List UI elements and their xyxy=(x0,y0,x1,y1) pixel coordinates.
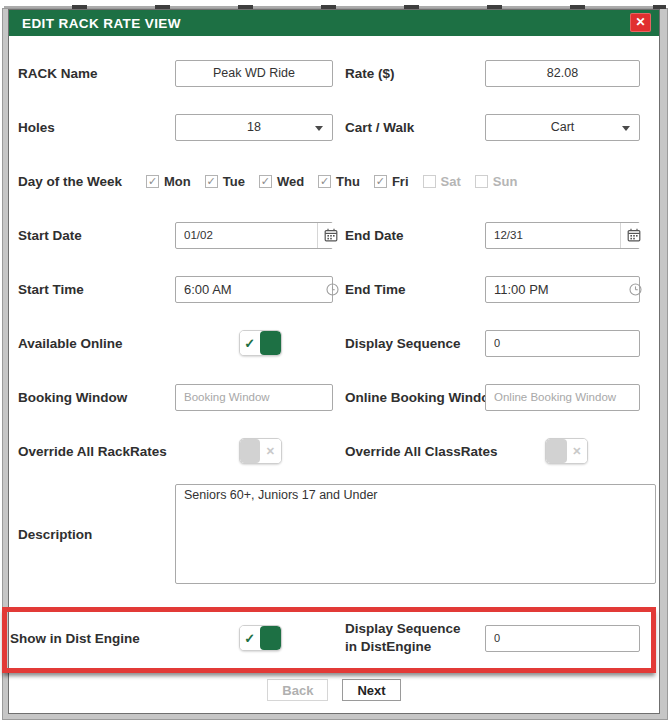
show-in-dist-engine-label: Show in Dist Engine xyxy=(10,631,175,646)
fri-checkbox[interactable]: ✓ xyxy=(374,175,387,188)
chevron-down-icon xyxy=(315,126,323,131)
cart-walk-select[interactable]: Cart xyxy=(485,114,640,141)
available-online-toggle[interactable]: ✓ xyxy=(239,330,282,356)
calendar-icon[interactable] xyxy=(317,223,344,248)
row-booking-windows: Booking Window Online Booking Window xyxy=(9,370,659,424)
rack-name-label: RACK Name xyxy=(18,66,175,81)
description-textarea[interactable]: Seniors 60+, Juniors 17 and Under xyxy=(175,484,656,584)
wed-checkbox[interactable]: ✓ xyxy=(259,175,272,188)
start-time-label: Start Time xyxy=(18,282,175,297)
capture-selection-dashes xyxy=(4,6,666,8)
row-day-of-week: Day of the Week ✓ Mon ✓ Tue ✓ Wed xyxy=(9,154,659,208)
start-date-label: Start Date xyxy=(18,228,175,243)
cart-walk-value: Cart xyxy=(551,120,575,134)
override-classrates-toggle[interactable]: ✕ xyxy=(545,438,588,464)
rack-name-input[interactable] xyxy=(175,60,333,87)
online-booking-window-label: Online Booking Window xyxy=(345,390,485,405)
dialog-footer: Back Next xyxy=(9,670,659,712)
sat-label: Sat xyxy=(441,174,461,189)
calendar-icon[interactable] xyxy=(620,223,647,248)
tue-checkbox[interactable]: ✓ xyxy=(205,175,218,188)
row-dates: Start Date End Date xyxy=(9,208,659,262)
next-button[interactable]: Next xyxy=(342,679,400,701)
row-description: Description Seniors 60+, Juniors 17 and … xyxy=(9,478,659,590)
checkmark-icon: ✓ xyxy=(320,176,329,187)
day-thu: ✓ Thu xyxy=(318,174,360,189)
display-sequence-distengine-input[interactable] xyxy=(485,625,640,652)
override-classrates-label: Override All ClassRates xyxy=(345,444,485,459)
checkmark-icon: ✓ xyxy=(148,176,157,187)
close-button[interactable]: ✕ xyxy=(630,13,651,32)
row-rackname-rate: RACK Name Rate ($) xyxy=(9,46,659,100)
clock-icon[interactable] xyxy=(629,283,642,296)
fri-label: Fri xyxy=(392,174,409,189)
row-online-sequence: Available Online ✓ Display Sequence xyxy=(9,316,659,370)
day-sat: Sat xyxy=(423,174,461,189)
online-booking-window-input[interactable] xyxy=(485,384,640,411)
display-sequence-label: Display Sequence xyxy=(345,336,485,351)
toggle-x-icon: ✕ xyxy=(266,445,275,458)
row-holes-cart: Holes 18 Cart / Walk Cart xyxy=(9,100,659,154)
checkmark-icon: ✓ xyxy=(261,176,270,187)
form-content: RACK Name Rate ($) Holes 18 Car xyxy=(9,36,659,713)
row-overrides: Override All RackRates ✕ Override All Cl… xyxy=(9,424,659,478)
wed-label: Wed xyxy=(277,174,304,189)
toggle-check-icon: ✓ xyxy=(244,336,255,351)
back-button[interactable]: Back xyxy=(267,679,328,701)
mon-label: Mon xyxy=(164,174,191,189)
day-fri: ✓ Fri xyxy=(374,174,409,189)
dialog-title: EDIT RACK RATE VIEW xyxy=(22,16,181,31)
holes-select[interactable]: 18 xyxy=(175,114,333,141)
rate-label: Rate ($) xyxy=(345,66,485,81)
holes-value: 18 xyxy=(247,120,261,134)
chevron-down-icon xyxy=(622,126,630,131)
edit-rack-rate-dialog: EDIT RACK RATE VIEW ✕ RACK Name Rate ($)… xyxy=(8,9,660,714)
toggle-check-icon: ✓ xyxy=(244,631,255,646)
end-time-input[interactable] xyxy=(485,276,640,303)
show-in-dist-engine-toggle[interactable]: ✓ xyxy=(239,625,282,651)
display-sequence-distengine-label: Display Sequence in DistEngine xyxy=(345,620,485,655)
available-online-label: Available Online xyxy=(18,336,175,351)
thu-checkbox[interactable]: ✓ xyxy=(318,175,331,188)
day-mon: ✓ Mon xyxy=(146,174,191,189)
day-of-week-label: Day of the Week xyxy=(18,174,146,189)
window-frame: EDIT RACK RATE VIEW ✕ RACK Name Rate ($)… xyxy=(2,8,668,720)
sat-checkbox[interactable] xyxy=(423,175,436,188)
dialog-titlebar: EDIT RACK RATE VIEW ✕ xyxy=(9,10,659,36)
mon-checkbox[interactable]: ✓ xyxy=(146,175,159,188)
start-date-input[interactable] xyxy=(175,222,333,249)
clock-icon[interactable] xyxy=(326,283,339,296)
day-tue: ✓ Tue xyxy=(205,174,245,189)
end-date-input[interactable] xyxy=(485,222,640,249)
thu-label: Thu xyxy=(336,174,360,189)
tue-label: Tue xyxy=(223,174,245,189)
override-rackrates-toggle[interactable]: ✕ xyxy=(239,438,282,464)
row-times: Start Time End Time xyxy=(9,262,659,316)
booking-window-input[interactable] xyxy=(175,384,333,411)
checkmark-icon: ✓ xyxy=(207,176,216,187)
checkmark-icon: ✓ xyxy=(376,176,385,187)
booking-window-label: Booking Window xyxy=(18,390,175,405)
description-label: Description xyxy=(18,527,175,542)
rate-input[interactable] xyxy=(485,60,640,87)
close-icon: ✕ xyxy=(635,15,645,29)
display-sequence-input[interactable] xyxy=(485,330,640,357)
holes-label: Holes xyxy=(18,120,175,135)
sun-label: Sun xyxy=(493,174,518,189)
override-rackrates-label: Override All RackRates xyxy=(18,444,175,459)
end-time-label: End Time xyxy=(345,282,485,297)
day-wed: ✓ Wed xyxy=(259,174,304,189)
start-time-input[interactable] xyxy=(175,276,333,303)
cart-walk-label: Cart / Walk xyxy=(345,120,485,135)
row-dist-engine: Show in Dist Engine ✓ Display Sequence i… xyxy=(9,606,659,670)
toggle-x-icon: ✕ xyxy=(572,445,581,458)
end-date-label: End Date xyxy=(345,228,485,243)
day-sun: Sun xyxy=(475,174,518,189)
sun-checkbox[interactable] xyxy=(475,175,488,188)
